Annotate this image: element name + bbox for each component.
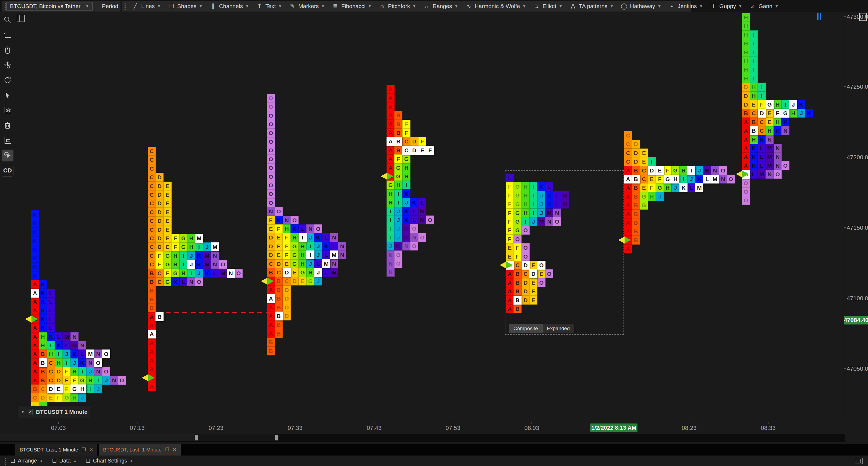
tpo-block: K [750,161,758,170]
menu-jenkins[interactable]: ⌁Jenkins▼ [668,3,703,10]
tpo-block: F [55,393,63,402]
composite-selection-rect[interactable] [505,170,624,335]
menu-guppy[interactable]: ⊤Guppy▼ [710,3,742,10]
tpo-block: H [750,135,758,144]
instrument-overlay-label[interactable]: ▼ ✓ BTCUSDT 1 Minute [18,406,90,418]
trash-icon[interactable] [2,120,13,131]
tpo-block: J [203,242,211,251]
marker-left-half [736,170,742,178]
tpo-block: I [306,250,314,259]
axes-icon[interactable] [2,29,13,41]
search-icon[interactable] [2,14,13,26]
tpo-block: D [522,261,530,270]
panel-toggle-icon[interactable] [17,15,25,22]
price-tick [844,86,846,87]
price-label: 47200.00 [847,154,867,161]
tpo-block: D [267,242,275,251]
instrument-visibility-checkbox[interactable]: ✓ [28,409,33,415]
menu-harmonic-wolfe[interactable]: ∿Harmonic & Wolfe▼ [465,3,526,10]
tpo-block: F [648,183,656,192]
tpo-block: M [758,170,766,179]
tpo-block: B [275,312,283,320]
tpo-block: G [386,181,395,189]
tpo-block: K [410,198,418,207]
tab-close-icon[interactable]: ✕ [173,447,177,453]
chart-tab-2[interactable]: BTCUSDT, Last, 1 Minute❐✕ [99,444,181,456]
tpo-block: G [179,242,187,251]
collapse-caret-icon[interactable]: ▼ [21,410,25,414]
scrollbar-handle[interactable] [195,435,198,440]
click-1-icon[interactable]: 1 [2,150,13,161]
scrollbar-segment[interactable] [0,434,195,441]
menu-ranges[interactable]: ↔Ranges▼ [423,3,458,10]
tpo-block: G [63,393,71,402]
time-label: 08:33 [752,425,784,432]
tpo-block: B [267,268,275,277]
tpo-block: J [314,242,322,251]
menu-hathaway[interactable]: ◯Hathaway▼ [621,3,661,10]
measure-icon[interactable] [2,134,13,146]
tpo-block: D [283,303,291,312]
chart-scrollbar[interactable] [0,434,845,442]
tpo-block: B [31,384,39,393]
symbol-selector-button[interactable]: BTCUSDT, Bitcoin vs Tether ▼ [6,2,93,10]
tpo-block: G [179,234,187,243]
statusbar-drag-handle[interactable] [4,457,7,464]
menu-channels[interactable]: ∥Channels▼ [210,3,249,10]
menu-markers[interactable]: ✎Markers▼ [289,3,325,10]
tpo-block: G [640,192,648,201]
tpo-block: D [410,137,418,146]
data-button[interactable]: ❏Data▲ [52,458,77,464]
panel-layout-icon[interactable] [855,458,863,464]
scrollbar-segment[interactable] [198,434,275,441]
tpo-block: L [758,152,766,161]
tpo-block: F [63,384,71,393]
tab-close-icon[interactable]: ✕ [89,447,93,453]
toolbar-item-period[interactable]: Period [102,3,118,9]
menu-text[interactable]: TText▼ [256,3,282,10]
tpo-block: A [742,152,750,161]
cd-badge[interactable]: CD [2,165,13,177]
tpo-block: A [624,175,632,184]
tpo-block: G [290,242,299,251]
tpo-block: C [31,393,39,402]
refresh-icon[interactable] [2,74,13,86]
tpo-block: O [290,216,299,225]
menu-ta-patterns[interactable]: ⋀TA patterns▼ [569,3,614,10]
menu-shapes[interactable]: ❏Shapes▼ [168,3,203,10]
tpo-block: N [78,341,86,350]
tpo-block: N [774,161,782,170]
arrange-button[interactable]: ❏Arrange▲ [11,458,43,464]
tpo-block: K [31,262,39,271]
scroll-icon[interactable] [2,44,13,56]
pan-icon[interactable] [2,59,13,71]
cursor-icon[interactable] [2,89,13,101]
open-price-marker [500,261,513,269]
menu-fibonacci[interactable]: ≣Fibonacci▼ [332,3,372,10]
menu-lines[interactable]: ╱Lines▼ [132,3,161,10]
tpo-block: J [789,100,797,109]
tpo-block: A [31,289,39,298]
chart-tab-1[interactable]: BTCUSDT, Last, 1 Minute❐✕ [16,444,97,456]
tpo-block: I [750,48,758,57]
tpo-block: N [386,259,395,268]
tpo-block: B [39,376,47,385]
tpo-block: O [314,224,322,233]
tpo-block: M [402,224,410,233]
menu-pitchfork[interactable]: ⋔Pitchfork▼ [379,3,416,10]
composite-button[interactable]: Composite [509,324,542,333]
tpo-block: K [275,216,283,225]
menu-elliott[interactable]: ≋Elliott▼ [533,3,562,10]
tpo-block: D [155,225,163,234]
scrollbar-handle[interactable] [275,435,278,440]
price-alert-dashed-line[interactable] [157,312,270,313]
menu-gann[interactable]: ⊿Gann▼ [749,3,778,10]
tpo-block: D [742,100,750,109]
tpo-block: D [632,157,640,166]
price-axis-line [844,12,844,422]
layers-icon[interactable] [2,104,13,116]
chart-settings-button[interactable]: ❏Chart Settings▲ [86,458,133,464]
tpo-block: G [306,277,314,285]
expanded-button[interactable]: Expanded [542,324,574,333]
tpo-block: K [402,216,410,224]
